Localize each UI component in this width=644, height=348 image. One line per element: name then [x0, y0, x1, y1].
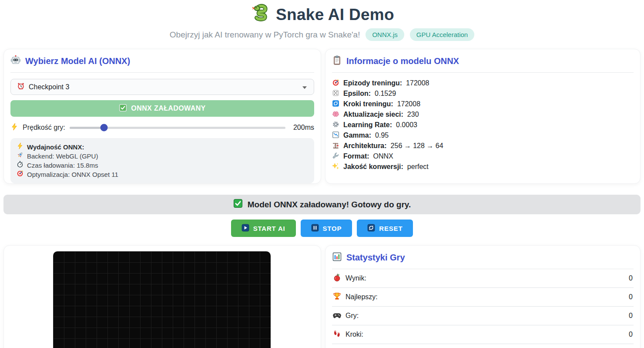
info-conversion-quality: Jakość konwersji: perfect — [332, 162, 634, 172]
start-ai-button[interactable]: START AI — [231, 220, 296, 237]
divider — [332, 72, 634, 73]
speed-label: Prędkość gry: — [23, 124, 65, 132]
gear-icon — [332, 121, 339, 130]
clipboard-icon — [332, 55, 342, 68]
lightning-icon — [10, 123, 18, 132]
chart-down-icon — [332, 131, 339, 140]
model-panel-title: Wybierz Model AI (ONNX) — [10, 55, 314, 67]
speed-slider[interactable] — [70, 127, 285, 129]
target-icon — [332, 79, 339, 88]
brain-icon — [332, 110, 339, 119]
model-select-value: Checkpoint 3 — [29, 83, 69, 91]
play-icon — [242, 224, 249, 233]
snake-icon — [250, 4, 270, 26]
stopwatch-icon — [17, 161, 23, 170]
game-stats-panel: Statystyki Gry Wynik: 0 Najlepszy: 0 — [325, 245, 641, 348]
speed-slider-fill — [70, 127, 104, 129]
info-architecture: Architektura: 256 → 128 → 64 — [332, 141, 634, 151]
stat-best-value: 0 — [629, 293, 633, 301]
stop-button[interactable]: STOP — [301, 220, 352, 237]
cycle-icon — [332, 100, 339, 109]
divider — [10, 72, 314, 73]
gamepad-icon — [333, 311, 341, 321]
info-learning-rate: Learning Rate: 0.0003 — [332, 120, 634, 130]
stats-panel-title: Statystyki Gry — [332, 252, 634, 264]
check-mark-icon — [233, 199, 243, 210]
info-format: Format: ONNX — [332, 151, 634, 162]
sparkles-icon — [332, 162, 339, 172]
reset-button[interactable]: RESET — [357, 220, 413, 237]
status-message: Model ONNX załadowany! Gotowy do gry. — [248, 200, 411, 209]
onnx-loaded-status-button: ONNX ZAŁADOWANY — [10, 100, 314, 117]
model-info-list: Epizody treningu: 172008 Epsilon: 0.1529 — [332, 78, 634, 172]
page-title: Snake AI Demo — [276, 6, 394, 24]
wrench-icon — [332, 152, 339, 161]
onnx-performance-box: Wydajność ONNX: Backend: WebGL (GPU) — [10, 138, 314, 183]
perf-backend: Backend: WebGL (GPU) — [17, 152, 308, 161]
page-subtitle: Obejrzyj jak AI trenowany w PyTorch gra … — [170, 30, 360, 40]
badge-gpu-acceleration: GPU Acceleration — [410, 28, 474, 41]
stat-score-value: 0 — [629, 274, 633, 282]
chevron-down-icon — [302, 86, 307, 89]
info-gamma: Gamma: 0.95 — [332, 130, 634, 141]
game-speed-row: Prędkość gry: 200ms — [10, 123, 314, 132]
dice-icon — [332, 89, 339, 98]
performance-title: Wydajność ONNX: — [27, 142, 84, 152]
rocket-icon — [17, 152, 23, 161]
stat-steps-value: 0 — [629, 331, 633, 338]
snake-game-canvas — [53, 251, 271, 348]
footprints-icon — [333, 330, 341, 340]
pause-icon — [311, 224, 319, 233]
status-bar: Model ONNX załadowany! Gotowy do gry. — [3, 195, 641, 214]
trophy-icon — [333, 292, 341, 302]
stat-games-value: 0 — [629, 312, 633, 320]
model-select-panel: Wybierz Model AI (ONNX) Checkpoint 3 ONN… — [3, 49, 321, 184]
stat-score: Wynik: 0 — [332, 269, 634, 288]
stat-games: Gry: 0 — [332, 307, 634, 325]
reset-cycle-icon — [367, 224, 375, 233]
info-training-episodes: Epizody treningu: 172008 — [332, 78, 634, 88]
stat-steps: Kroki: 0 — [332, 325, 634, 344]
speed-value: 200ms — [290, 124, 314, 132]
info-panel-title: Informacje o modelu ONNX — [332, 55, 634, 67]
apple-icon — [333, 274, 341, 284]
perf-load-time: Czas ładowania: 15.8ms — [17, 161, 308, 170]
bar-chart-icon — [332, 252, 342, 264]
info-epsilon: Epsilon: 0.1529 — [332, 88, 634, 99]
info-network-updates: Aktualizacje sieci: 230 — [332, 109, 634, 120]
controls-row: START AI STOP RESET — [0, 220, 644, 237]
model-info-panel: Informacje o modelu ONNX Epizody trening… — [325, 49, 641, 184]
app-header: Snake AI Demo Obejrzyj jak AI trenowany … — [0, 0, 644, 41]
lightning-icon — [17, 142, 23, 152]
robot-icon — [10, 55, 21, 68]
check-square-icon — [119, 104, 127, 114]
alarm-clock-icon — [17, 82, 25, 92]
info-training-steps: Kroki treningu: 172008 — [332, 99, 634, 109]
badge-onnxjs: ONNX.js — [366, 28, 404, 41]
speed-slider-thumb[interactable] — [101, 124, 108, 132]
perf-optimization: Optymalizacja: ONNX Opset 11 — [17, 170, 308, 179]
model-select-dropdown[interactable]: Checkpoint 3 — [10, 79, 314, 95]
crane-icon — [332, 142, 339, 151]
stat-best: Najlepszy: 0 — [332, 288, 634, 307]
target-icon — [17, 170, 23, 179]
